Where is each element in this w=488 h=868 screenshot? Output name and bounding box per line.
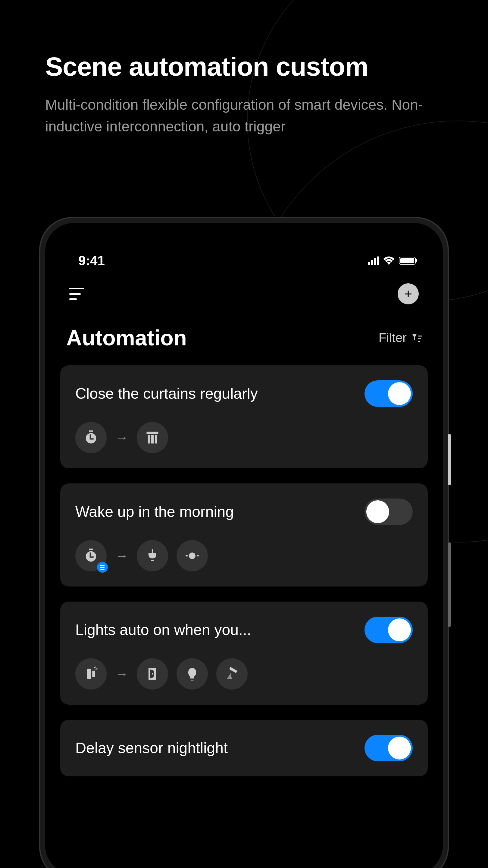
card-header: Delay sensor nightlight: [75, 735, 413, 761]
curtain-icon: [137, 422, 168, 453]
card-title: Delay sensor nightlight: [75, 739, 228, 757]
brightness-icon: [176, 540, 208, 571]
toggle-switch[interactable]: [364, 498, 413, 525]
phone-side-button: [448, 434, 451, 485]
status-time: 9:41: [78, 253, 105, 268]
page-title: Automation: [66, 326, 187, 350]
arrow-icon: →: [115, 548, 128, 563]
card-title: Lights auto on when you...: [75, 621, 251, 639]
phone-side-button: [448, 542, 451, 627]
automation-card[interactable]: Delay sensor nightlight: [60, 720, 428, 776]
timer-icon: [75, 422, 107, 453]
automation-card[interactable]: Wake up in the morning →: [60, 484, 428, 587]
bulb-icon: [176, 658, 208, 689]
automation-card[interactable]: Lights auto on when you... →: [60, 601, 428, 705]
app-header: +: [60, 271, 428, 316]
arrow-icon: →: [115, 666, 128, 681]
automation-flow: →: [75, 540, 413, 571]
arrow-icon: →: [115, 430, 128, 445]
phone-frame: 9:41: [39, 217, 449, 868]
svg-rect-1: [87, 669, 91, 679]
timer-icon: [75, 540, 107, 571]
svg-point-3: [152, 673, 153, 675]
card-header: Close the curtains regularly: [75, 380, 413, 407]
add-button[interactable]: +: [398, 283, 419, 304]
filter-button[interactable]: Filter: [379, 331, 422, 345]
condition-badge-icon: [97, 562, 108, 572]
status-bar: 9:41: [60, 241, 428, 271]
promo-title: Scene automation custom: [45, 51, 443, 82]
door-sensor-icon: [75, 658, 107, 689]
page-title-row: Automation Filter: [60, 316, 428, 365]
automation-flow: →: [75, 658, 413, 689]
card-header: Lights auto on when you...: [75, 617, 413, 643]
toggle-switch[interactable]: [364, 617, 413, 643]
filter-label: Filter: [379, 331, 407, 345]
wifi-icon: [383, 256, 395, 265]
promo-subtitle: Multi-condition flexible configuration o…: [45, 94, 443, 137]
menu-icon[interactable]: [69, 288, 84, 300]
toggle-switch[interactable]: [364, 735, 413, 761]
card-header: Wake up in the morning: [75, 498, 413, 525]
card-title: Close the curtains regularly: [75, 385, 258, 402]
svg-point-0: [189, 553, 195, 559]
door-icon: [137, 658, 168, 689]
svg-rect-2: [92, 671, 95, 677]
automation-flow: →: [75, 422, 413, 453]
promo-header: Scene automation custom Multi-condition …: [45, 51, 443, 137]
card-title: Wake up in the morning: [75, 503, 234, 521]
filter-icon: [411, 333, 422, 343]
pendant-light-icon: [137, 540, 168, 571]
toggle-switch[interactable]: [364, 380, 413, 407]
automation-card[interactable]: Close the curtains regularly →: [60, 365, 428, 468]
phone-screen: 9:41: [45, 223, 443, 868]
spotlight-icon: [216, 658, 248, 689]
battery-icon: [399, 257, 416, 265]
signal-icon: [368, 256, 379, 265]
status-icons: [368, 256, 416, 265]
